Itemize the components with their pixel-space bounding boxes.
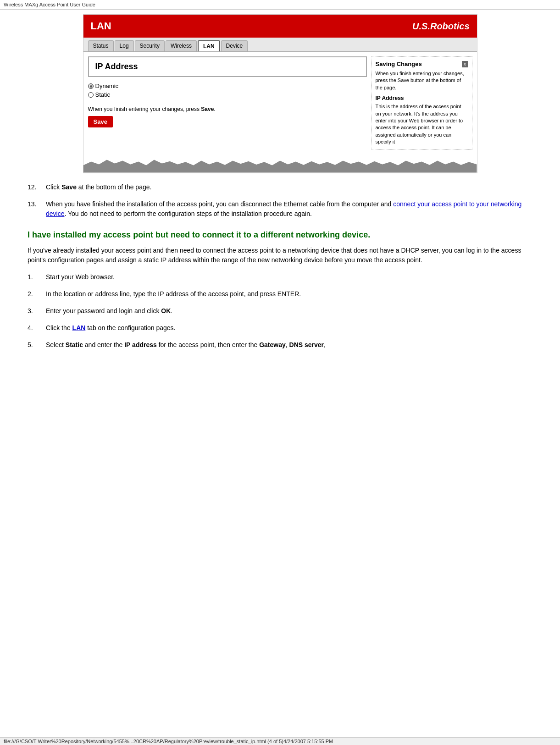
step-2-num: 2. (28, 289, 46, 299)
step-5-text: Select Static and enter the IP address f… (46, 340, 532, 350)
save-instruction: When you finish entering your changes, p… (88, 106, 367, 112)
tab-security[interactable]: Security (135, 40, 165, 51)
wave-decoration (83, 155, 477, 173)
step-1: 1. Start your Web browser. (28, 272, 532, 282)
step-1-text: Start your Web browser. (46, 272, 532, 282)
router-header-logo: U.S.Robotics (412, 21, 469, 32)
step-3-num: 3. (28, 306, 46, 316)
router-ui: LAN U.S.Robotics Status Log Security Wir… (83, 15, 477, 173)
step-2: 2. In the location or address line, type… (28, 289, 532, 299)
screenshot-container: LAN U.S.Robotics Status Log Security Wir… (83, 14, 477, 173)
intro-paragraph: If you've already installed your access … (28, 246, 532, 265)
step-1-num: 1. (28, 272, 46, 282)
radio-static-icon (88, 92, 94, 98)
step-13: 13. When you have finished the installat… (28, 199, 532, 219)
save-button[interactable]: Save (88, 116, 113, 127)
divider (88, 102, 367, 102)
step-3-bold: OK (161, 307, 171, 315)
content-area: 12. Click Save at the bottom of the page… (14, 182, 546, 350)
step-4-num: 4. (28, 323, 46, 333)
tab-wireless[interactable]: Wireless (166, 40, 197, 51)
ip-address-box: IP Address (88, 56, 367, 77)
radio-static[interactable]: Static (88, 91, 367, 98)
step-2-text: In the location or address line, type th… (46, 289, 532, 299)
ip-address-title: IP Address (95, 62, 360, 72)
step-3: 3. Enter your password and login and cli… (28, 306, 532, 316)
step-3-text: Enter your password and login and click … (46, 306, 532, 316)
page-title-bar: Wireless MAXg Access Point User Guide (0, 0, 560, 10)
router-help-panel: Saving Changes x When you finish enterin… (371, 56, 472, 150)
step-12-bold: Save (61, 183, 77, 191)
step-13-text: When you have finished the installation … (46, 199, 532, 219)
step-4-text: Click the LAN tab on the configuration p… (46, 323, 532, 333)
help-title-bar: Saving Changes x (376, 61, 468, 67)
section-heading: I have installed my access point but nee… (28, 230, 532, 240)
step-5-gateway: Gateway (259, 341, 286, 348)
step-12: 12. Click Save at the bottom of the page… (28, 182, 532, 192)
page-title: Wireless MAXg Access Point User Guide (4, 2, 95, 7)
step-4: 4. Click the LAN tab on the configuratio… (28, 323, 532, 333)
help-ip-text: This is the address of the access point … (376, 103, 468, 145)
help-close-button[interactable]: x (462, 61, 468, 67)
help-title: Saving Changes (376, 61, 422, 67)
radio-group: Dynamic Static (88, 83, 367, 98)
help-ip-title: IP Address (376, 95, 468, 101)
lan-tab-link[interactable]: LAN (72, 324, 86, 331)
networking-device-link[interactable]: connect your access point to your networ… (46, 200, 521, 217)
router-tabs: Status Log Security Wireless LAN Device (83, 38, 477, 52)
step-5-static: Static (66, 341, 83, 348)
step-5-num: 5. (28, 340, 46, 350)
router-body: IP Address Dynamic Static (83, 52, 477, 155)
radio-dynamic[interactable]: Dynamic (88, 83, 367, 89)
step-13-num: 13. (28, 199, 46, 219)
step-5-dns: DNS server (289, 341, 324, 348)
step-12-num: 12. (28, 182, 46, 192)
step-5: 5. Select Static and enter the IP addres… (28, 340, 532, 350)
router-header-lan: LAN (91, 20, 111, 32)
tab-status[interactable]: Status (88, 40, 114, 51)
router-main-panel: IP Address Dynamic Static (88, 56, 367, 150)
step-12-text: Click Save at the bottom of the page. (46, 182, 532, 192)
tab-device[interactable]: Device (221, 40, 248, 51)
tab-lan[interactable]: LAN (198, 40, 220, 51)
help-saving-text: When you finish entering your changes, p… (376, 70, 468, 91)
step-5-ip: IP address (124, 341, 157, 348)
tab-log[interactable]: Log (115, 40, 134, 51)
router-header: LAN U.S.Robotics (83, 15, 477, 38)
radio-dynamic-icon (88, 83, 94, 89)
